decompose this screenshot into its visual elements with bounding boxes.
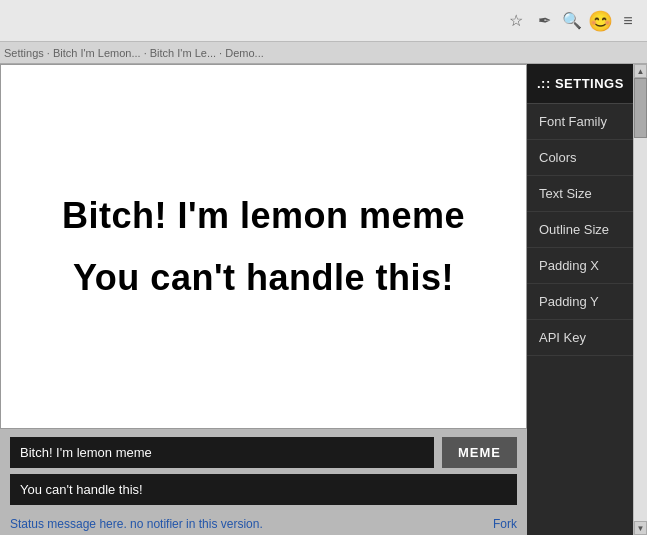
tab-bar: Settings · Bitch I'm Lemon... · Bitch I'… (0, 42, 647, 64)
scrollbar[interactable]: ▲ ▼ (633, 64, 647, 535)
scrollbar-thumb[interactable] (634, 78, 647, 138)
settings-item-padding-y[interactable]: Padding Y (527, 284, 647, 320)
scrollbar-arrow-down[interactable]: ▼ (634, 521, 647, 535)
bottom-text-input[interactable] (10, 474, 517, 505)
tab-text: Settings · Bitch I'm Lemon... · Bitch I'… (4, 47, 264, 59)
settings-header: .:: SETTINGS (527, 64, 647, 104)
eyedropper-icon[interactable]: ✒ (533, 10, 555, 32)
settings-item-text-size[interactable]: Text Size (527, 176, 647, 212)
scrollbar-arrow-up[interactable]: ▲ (634, 64, 647, 78)
meme-bottom-text: You can't handle this! (53, 247, 474, 309)
menu-icon[interactable]: ≡ (617, 10, 639, 32)
status-bar: Status message here. no notifier in this… (0, 513, 527, 535)
star-icon[interactable]: ☆ (505, 10, 527, 32)
settings-item-outline-size[interactable]: Outline Size (527, 212, 647, 248)
meme-panel: Bitch! I'm lemon meme You can't handle t… (0, 64, 527, 535)
top-text-input[interactable] (10, 437, 434, 468)
browser-toolbar: ☆ ✒ 🔍 😊 ≡ (0, 0, 647, 42)
settings-item-api-key[interactable]: API Key (527, 320, 647, 356)
settings-item-font-family[interactable]: Font Family (527, 104, 647, 140)
fork-link[interactable]: Fork (493, 517, 517, 531)
meme-top-text: Bitch! I'm lemon meme (42, 185, 485, 247)
status-message: Status message here. no notifier in this… (10, 517, 263, 531)
settings-sidebar: .:: SETTINGS Font Family Colors Text Siz… (527, 64, 647, 535)
input-row-2 (10, 474, 517, 505)
input-area: MEME (0, 429, 527, 513)
settings-item-colors[interactable]: Colors (527, 140, 647, 176)
meme-button[interactable]: MEME (442, 437, 517, 468)
settings-item-padding-x[interactable]: Padding X (527, 248, 647, 284)
meme-preview: Bitch! I'm lemon meme You can't handle t… (0, 64, 527, 429)
zoom-icon[interactable]: 🔍 (561, 10, 583, 32)
main-area: Bitch! I'm lemon meme You can't handle t… (0, 64, 647, 535)
face-icon[interactable]: 😊 (589, 10, 611, 32)
input-row-1: MEME (10, 437, 517, 468)
